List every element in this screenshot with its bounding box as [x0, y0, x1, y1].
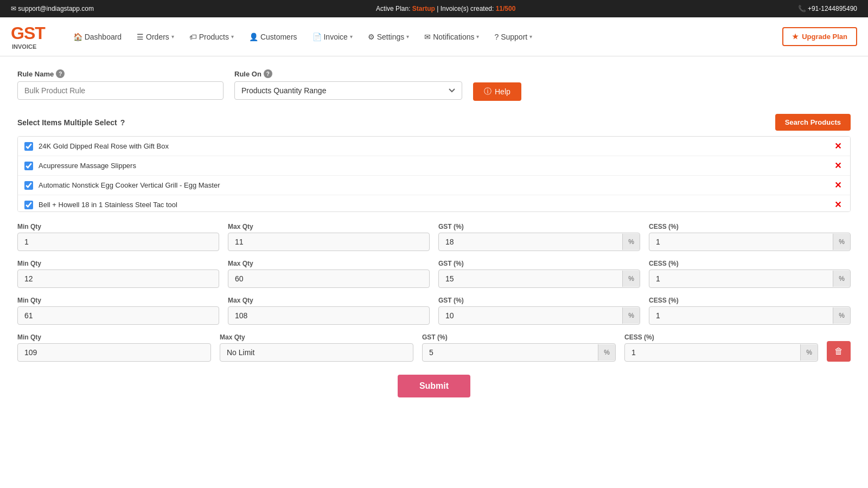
gst-group-1: GST (%) %	[438, 223, 640, 251]
nav-item-support[interactable]: ? Support ▾	[488, 28, 539, 46]
nav-bar: GST INVOICE 🏠 Dashboard ☰ Orders ▾ 🏷 Pro…	[0, 17, 868, 56]
item-checkbox-2[interactable]	[24, 162, 33, 170]
cess-label-1: CESS (%)	[649, 223, 851, 230]
nav-item-settings[interactable]: ⚙ Settings ▾	[361, 28, 416, 46]
rule-on-help-icon[interactable]: ?	[264, 69, 272, 78]
main-content: Rule Name ? Rule On ? Products Quantity …	[0, 56, 868, 488]
max-qty-input-3[interactable]	[228, 307, 429, 324]
cess-input-1[interactable]	[649, 233, 833, 251]
item-checkbox-4[interactable]	[24, 201, 33, 209]
nav-item-dashboard[interactable]: 🏠 Dashboard	[67, 28, 128, 46]
max-qty-label-1: Max Qty	[228, 223, 430, 230]
item-checkbox-3[interactable]	[24, 181, 33, 190]
item-checkbox-1[interactable]	[24, 142, 33, 151]
max-qty-group-3: Max Qty	[228, 297, 430, 325]
cess-suffix-2[interactable]: %	[833, 271, 850, 287]
rule-name-help-icon[interactable]: ?	[56, 69, 65, 78]
gst-suffix-1[interactable]: %	[622, 234, 640, 250]
select-items-header: Select Items Multiple Select ? Search Pr…	[17, 114, 851, 131]
rule-name-group: Rule Name ?	[17, 69, 224, 100]
list-item: Acupressure Massage Slippers ✕	[18, 156, 850, 176]
gst-group-4: GST (%) %	[422, 333, 616, 362]
gst-label-3: GST (%)	[438, 297, 640, 304]
max-qty-label-2: Max Qty	[228, 260, 430, 267]
rule-on-select[interactable]: Products Quantity Range	[234, 81, 462, 100]
list-item: Automatic Nonstick Egg Cooker Vertical G…	[18, 176, 850, 195]
max-qty-group-4: Max Qty	[220, 333, 413, 362]
cess-input-2[interactable]	[649, 270, 833, 287]
min-qty-input-4[interactable]	[18, 344, 210, 361]
nav-item-invoice[interactable]: 📄 Invoice ▾	[306, 28, 359, 46]
cess-group-4: CESS (%) %	[624, 333, 818, 362]
min-qty-label-4: Min Qty	[17, 333, 211, 341]
cess-input-3[interactable]	[649, 307, 833, 324]
select-items-help-icon[interactable]: ?	[120, 118, 125, 127]
gst-input-4[interactable]	[423, 344, 598, 361]
nav-item-products[interactable]: 🏷 Products ▾	[183, 28, 240, 46]
qty-range-row-4: Min Qty Max Qty GST (%) % CESS (%) %	[17, 333, 851, 362]
max-qty-label-4: Max Qty	[220, 333, 413, 341]
cess-suffix-1[interactable]: %	[833, 234, 850, 250]
min-qty-input-1[interactable]	[18, 233, 219, 251]
item-delete-3[interactable]: ✕	[832, 180, 844, 190]
gst-group-2: GST (%) %	[438, 260, 640, 288]
gst-input-1[interactable]	[439, 233, 622, 251]
logo-text: GST	[11, 23, 45, 43]
cess-label-2: CESS (%)	[649, 260, 851, 267]
submit-section: Submit	[17, 375, 851, 397]
max-qty-input-2[interactable]	[228, 270, 429, 287]
rule-name-label: Rule Name ?	[17, 69, 224, 78]
list-item: 24K Gold Dipped Real Rose with Gift Box …	[18, 137, 850, 156]
cess-label-4: CESS (%)	[624, 333, 818, 341]
rule-name-input[interactable]	[17, 81, 224, 100]
item-delete-4[interactable]: ✕	[832, 200, 844, 210]
nav-items: 🏠 Dashboard ☰ Orders ▾ 🏷 Products ▾ 👤 Cu…	[67, 28, 782, 46]
top-bar: ✉ support@indiagstapp.com Active Plan: S…	[0, 0, 868, 17]
min-qty-input-2[interactable]	[18, 270, 219, 287]
email-link[interactable]: ✉ support@indiagstapp.com	[11, 5, 94, 12]
phone-number: 📞 +91-1244895490	[798, 5, 857, 12]
nav-item-orders[interactable]: ☰ Orders ▾	[130, 28, 181, 46]
gst-input-2[interactable]	[439, 270, 622, 287]
item-delete-1[interactable]: ✕	[832, 141, 844, 151]
help-button[interactable]: ⓘ Help	[473, 82, 521, 101]
logo: GST INVOICE	[11, 23, 45, 50]
nav-item-customers[interactable]: 👤 Customers	[242, 28, 304, 46]
qty-range-row-3: Min Qty Max Qty GST (%) % CESS (%) %	[17, 297, 851, 325]
submit-button[interactable]: Submit	[398, 375, 470, 397]
gst-suffix-2[interactable]: %	[622, 271, 640, 287]
rule-on-group: Rule On ? Products Quantity Range	[234, 69, 462, 100]
min-qty-label-3: Min Qty	[17, 297, 219, 304]
min-qty-group-2: Min Qty	[17, 260, 219, 288]
rule-on-label: Rule On ?	[234, 69, 462, 78]
cess-suffix-3[interactable]: %	[833, 307, 850, 324]
rule-form-row: Rule Name ? Rule On ? Products Quantity …	[17, 69, 851, 101]
qty-range-row-2: Min Qty Max Qty GST (%) % CESS (%) %	[17, 260, 851, 288]
min-qty-input-3[interactable]	[18, 307, 219, 324]
search-products-button[interactable]: Search Products	[775, 114, 851, 131]
max-qty-group-1: Max Qty	[228, 223, 430, 251]
cess-input-4[interactable]	[625, 344, 800, 361]
max-qty-input-1[interactable]	[228, 233, 429, 251]
invoice-count: 11/500	[496, 5, 516, 12]
gst-input-3[interactable]	[439, 307, 622, 324]
select-items-label: Select Items Multiple Select ?	[17, 118, 125, 127]
cess-group-3: CESS (%) %	[649, 297, 851, 325]
item-delete-2[interactable]: ✕	[832, 160, 844, 171]
gst-label-2: GST (%)	[438, 260, 640, 267]
qty-range-row-1: Min Qty Max Qty GST (%) % CESS (%) %	[17, 223, 851, 251]
cess-label-3: CESS (%)	[649, 297, 851, 304]
gst-label-1: GST (%)	[438, 223, 640, 230]
gst-suffix-4[interactable]: %	[598, 344, 615, 361]
max-qty-input-4[interactable]	[220, 344, 413, 361]
upgrade-plan-button[interactable]: ★ Upgrade Plan	[782, 27, 857, 46]
nav-item-notifications[interactable]: ✉ Notifications ▾	[418, 28, 486, 46]
gst-suffix-3[interactable]: %	[622, 307, 640, 324]
cess-suffix-4[interactable]: %	[800, 344, 818, 361]
select-items-section: Select Items Multiple Select ? Search Pr…	[17, 114, 851, 212]
min-qty-label-2: Min Qty	[17, 260, 219, 267]
max-qty-group-2: Max Qty	[228, 260, 430, 288]
items-list-container[interactable]: 24K Gold Dipped Real Rose with Gift Box …	[17, 136, 851, 212]
min-qty-group-4: Min Qty	[17, 333, 211, 362]
delete-row-button[interactable]: 🗑	[827, 341, 851, 362]
